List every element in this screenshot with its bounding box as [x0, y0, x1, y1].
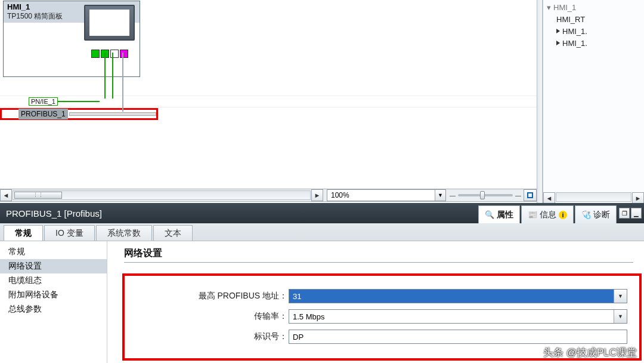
zoom-minus-icon: — — [450, 192, 456, 199]
scroll-right-button[interactable]: ► — [311, 189, 323, 201]
label-max-address: 最高 PROFIBUS 地址： — [137, 291, 289, 302]
restore-button[interactable]: ❐ — [619, 208, 630, 219]
nav-cable-config[interactable]: 电缆组态 — [0, 273, 107, 288]
tree-item-2[interactable]: HMI_1. — [556, 37, 644, 49]
conn-line-green1 — [112, 53, 113, 99]
zoom-dropdown-button[interactable]: ▼ — [435, 190, 445, 201]
nav-additional-net[interactable]: 附加网络设备 — [0, 288, 107, 302]
inspector-titlebar: PROFIBUS_1 [Profibus] 🔍 属性 📰 信息 i 🩺 诊断 ❐… — [0, 203, 644, 223]
h-scrollbar-track[interactable]: ⋮⋮ — [13, 190, 311, 200]
dropdown-max-address[interactable]: ▼ — [614, 290, 627, 303]
fit-icon — [527, 192, 533, 198]
tab-label: 信息 — [540, 210, 556, 220]
network-profibus-label: PROFIBUS_1 — [18, 109, 68, 119]
tab-diagnostics[interactable]: 🩺 诊断 — [575, 205, 617, 223]
device-hmi[interactable]: HMI_1 TP1500 精简面板 — [3, 1, 140, 77]
tree-item-rt[interactable]: HMI_RT — [556, 13, 644, 25]
network-profibus-row[interactable]: PROFIBUS_1 — [0, 108, 158, 120]
inspector-maintabs: 🔍 属性 📰 信息 i 🩺 诊断 — [477, 203, 617, 223]
nav-bus-params[interactable]: 总线参数 — [0, 302, 107, 316]
info-badge-icon: i — [559, 211, 567, 219]
input-ident-wrap[interactable] — [289, 330, 627, 344]
tree-item-label: HMI_1. — [562, 39, 587, 48]
info-icon: 📰 — [528, 210, 537, 219]
input-baudrate-wrap[interactable]: ▼ — [289, 309, 627, 324]
tree-h-scrollbar[interactable]: ◄ ► — [543, 192, 644, 203]
zoom-slider[interactable]: — — — [450, 192, 521, 199]
label-ident: 标识号： — [137, 331, 289, 342]
label-baudrate: 传输率： — [137, 311, 289, 322]
tab-label: 属性 — [497, 210, 513, 220]
properties-icon: 🔍 — [485, 210, 494, 219]
zoom-slider-knob[interactable] — [480, 191, 485, 199]
row-baudrate: 传输率： ▼ — [137, 309, 627, 324]
port-empty — [110, 50, 119, 58]
canvas-gridlines — [0, 119, 537, 189]
section-title: 网络设置 — [124, 247, 633, 263]
row-ident: 标识号： — [137, 330, 627, 344]
subtab-sysconst[interactable]: 系统常数 — [96, 225, 152, 241]
tree-item-1[interactable]: HMI_1. — [556, 25, 644, 37]
inspector-title: PROFIBUS_1 [Profibus] — [0, 208, 477, 219]
tree-item-label: HMI_RT — [556, 15, 585, 24]
topology-canvas[interactable]: HMI_1 TP1500 精简面板 PN/IE_1 PROFIBUS_1 — [0, 0, 537, 189]
diagnostics-icon: 🩺 — [581, 210, 591, 219]
highlight-frame: 最高 PROFIBUS 地址： ▼ 传输率： ▼ 标识号： — [122, 273, 642, 361]
fit-to-screen-button[interactable] — [524, 189, 537, 201]
dropdown-baudrate[interactable]: ▼ — [614, 310, 627, 323]
row-max-address: 最高 PROFIBUS 地址： ▼ — [137, 289, 627, 303]
port-profibus[interactable] — [120, 50, 128, 58]
inspector-subtabs: 常规 IO 变量 系统常数 文本 — [0, 223, 644, 241]
network-pnie-row[interactable]: PN/IE_1 — [0, 96, 537, 107]
network-profibus-line — [69, 112, 156, 116]
zoom-value[interactable]: 100% — [327, 191, 435, 199]
network-pnie-line — [58, 101, 100, 102]
tree-scroll-left[interactable]: ◄ — [543, 192, 555, 204]
h-scrollbar-thumb[interactable]: ⋮⋮ — [14, 192, 62, 199]
network-pnie-label: PN/IE_1 — [29, 97, 58, 106]
input-max-address-wrap[interactable]: ▼ — [289, 289, 627, 303]
nav-network-settings[interactable]: 网络设置 — [0, 259, 107, 273]
minimize-button[interactable]: ▁ — [631, 208, 642, 219]
subtab-label: 系统常数 — [107, 228, 141, 239]
expand-icon — [556, 41, 560, 45]
tree-root-label: HMI_1 — [553, 3, 576, 12]
subtab-general[interactable]: 常规 — [4, 225, 43, 241]
input-max-address[interactable] — [289, 290, 614, 303]
port-pnie-1[interactable] — [91, 50, 100, 58]
subtab-iovars[interactable]: IO 变量 — [44, 225, 95, 241]
zoom-combo[interactable]: 100% ▼ — [327, 189, 446, 201]
canvas-footer-bar: ◄ ⋮⋮ ► 100% ▼ — — — [0, 189, 537, 202]
input-ident[interactable] — [289, 330, 627, 343]
subtab-label: IO 变量 — [55, 228, 83, 239]
project-tree-panel: ▾ HMI_1 HMI_RT HMI_1. HMI_1. ◄ ► — [543, 0, 644, 203]
nav-general[interactable]: 常规 — [0, 245, 107, 259]
tab-label: 诊断 — [593, 210, 610, 220]
tree-item-label: HMI_1. — [562, 27, 587, 36]
properties-nav: 常规 网络设置 电缆组态 附加网络设备 总线参数 — [0, 241, 107, 363]
expand-icon — [556, 29, 560, 33]
device-graphic — [84, 5, 135, 50]
tree-scroll-right[interactable]: ► — [632, 192, 644, 204]
tab-properties[interactable]: 🔍 属性 — [478, 205, 520, 223]
inspector-window-controls: ❐ ▁ — [617, 208, 644, 219]
subtab-label: 文本 — [165, 228, 181, 239]
tab-info[interactable]: 📰 信息 i — [521, 205, 574, 223]
conn-line-profibus — [122, 53, 123, 112]
conn-line-green2 — [104, 53, 106, 99]
subtab-text[interactable]: 文本 — [153, 225, 193, 241]
input-baudrate[interactable] — [289, 310, 614, 323]
subtab-label: 常规 — [15, 228, 32, 239]
zoom-plus-icon: — — [515, 192, 521, 199]
tree-root[interactable]: ▾ HMI_1 — [547, 1, 644, 13]
scroll-left-button[interactable]: ◄ — [0, 189, 12, 201]
properties-body: 常规 网络设置 电缆组态 附加网络设备 总线参数 网络设置 最高 PROFIBU… — [0, 241, 644, 363]
splitter-vertical[interactable] — [537, 0, 543, 203]
